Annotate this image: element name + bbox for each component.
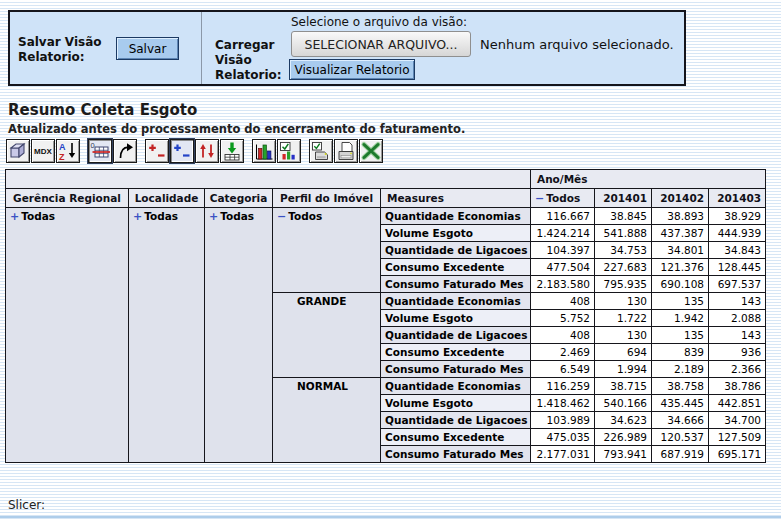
measure-label-cell: Quantidade de Ligacoes [381,327,531,344]
value-cell: 687.919 [652,446,709,463]
value-cell: 444.939 [709,225,766,242]
mdx-editor-button[interactable]: MDX [31,139,55,163]
print-pdf-button[interactable] [334,139,358,163]
value-cell: 135 [652,327,709,344]
expand-icon[interactable]: + [10,210,19,223]
show-empty-cells-button[interactable]: 0 [88,139,112,163]
column-dimension-header: Ano/Mês [531,170,766,189]
chart-config-button[interactable] [277,139,301,163]
swap-axes-button[interactable] [113,139,137,163]
swap-axes-icon [114,140,136,162]
row-dimension-member-1: +Todas [129,208,205,463]
value-cell: 143 [709,293,766,310]
value-cell: 227.683 [595,259,652,276]
save-view-label: Salvar Visão Relatorio: [18,35,106,65]
profile-member-cell: NORMAL [273,378,381,463]
value-cell: 104.397 [531,242,595,259]
value-cell: 120.537 [652,429,709,446]
mdx-icon: MDX [32,140,54,162]
svg-text:Z: Z [59,152,65,162]
value-cell: 116.259 [531,378,595,395]
header-perfil-imovel: Perfil do Imóvel [273,189,381,208]
value-cell: 34.700 [709,412,766,429]
drill-through-button[interactable] [220,139,244,163]
header-localidade: Localidade [129,189,205,208]
value-cell: 38.758 [652,378,709,395]
print-icon [335,140,357,162]
print-config-icon [310,140,332,162]
expand-icon[interactable]: + [209,210,218,223]
value-cell: 34.666 [652,412,709,429]
value-cell: 2.088 [709,310,766,327]
value-cell: 793.941 [595,446,652,463]
panel-divider [201,12,202,84]
olap-navigator-button[interactable] [6,139,30,163]
measure-label-cell: Consumo Faturado Mes [381,446,531,463]
value-cell: 541.888 [595,225,652,242]
svg-text:0: 0 [91,141,95,150]
view-report-button[interactable]: Visualizar Relatorio [289,59,415,80]
cube-icon [7,140,29,162]
select-file-button[interactable]: SELECIONAR ARQUIVO... [291,31,471,57]
header-gerencia-regional: Gerência Regional [6,189,129,208]
value-cell: 2.469 [531,344,595,361]
value-cell: 38.893 [652,208,709,225]
measure-label-cell: Volume Esgoto [381,395,531,412]
drill-position-button[interactable] [170,139,194,163]
value-cell: 6.549 [531,361,595,378]
measure-label-cell: Consumo Excedente [381,344,531,361]
excel-icon [360,140,382,162]
value-cell: 839 [652,344,709,361]
print-config-button[interactable] [309,139,333,163]
row-dimension-member-0: +Todas [6,208,129,463]
value-cell: 38.715 [595,378,652,395]
slicer-label: Slicer: [8,498,45,512]
header-categoria: Categoria [205,189,273,208]
svg-text:A: A [59,142,66,152]
collapse-icon[interactable]: − [535,192,544,205]
drill-position-icon [171,140,193,162]
value-cell: 540.166 [595,395,652,412]
measure-label-cell: Quantidade Economias [381,208,531,225]
sort-button[interactable]: AZ [56,139,80,163]
value-cell: 442.851 [709,395,766,412]
value-cell: 1.722 [595,310,652,327]
value-cell: 2.183.580 [531,276,595,293]
value-cell: 697.537 [709,276,766,293]
measure-label-cell: Consumo Excedente [381,259,531,276]
value-cell: 34.623 [595,412,652,429]
drill-member-icon [146,140,168,162]
file-status-text: Nenhum arquivo selecionado. [480,37,674,52]
value-cell: 130 [595,327,652,344]
save-view-button[interactable]: Salvar [116,37,179,60]
profile-member-cell: GRANDE [273,293,381,378]
value-cell: 475.035 [531,429,595,446]
collapse-icon[interactable]: − [277,210,286,223]
value-cell: 116.667 [531,208,595,225]
value-cell: 135 [652,293,709,310]
file-select-prompt: Selecione o arquivo da visão: [291,15,467,29]
value-cell: 121.376 [652,259,709,276]
pivot-row: +Todas+Todas+Todas−TodosQuantidade Econo… [6,208,766,225]
export-excel-button[interactable] [359,139,383,163]
value-cell: 34.801 [652,242,709,259]
measure-label-cell: Consumo Excedente [381,429,531,446]
drill-replace-button[interactable] [195,139,219,163]
drill-member-button[interactable] [145,139,169,163]
column-member-201403: 201403 [709,189,766,208]
value-cell: 34.753 [595,242,652,259]
measure-label-cell: Volume Esgoto [381,310,531,327]
measure-label-cell: Quantidade Economias [381,293,531,310]
expand-icon[interactable]: + [133,210,142,223]
value-cell: 1.942 [652,310,709,327]
value-cell: 936 [709,344,766,361]
measure-label-cell: Quantidade de Ligacoes [381,242,531,259]
value-cell: 408 [531,293,595,310]
row-dimension-member-2: +Todas [205,208,273,463]
show-chart-button[interactable] [252,139,276,163]
value-cell: 128.445 [709,259,766,276]
value-cell: 38.845 [595,208,652,225]
value-cell: 435.445 [652,395,709,412]
column-member-201401: 201401 [595,189,652,208]
measure-label-cell: Volume Esgoto [381,225,531,242]
